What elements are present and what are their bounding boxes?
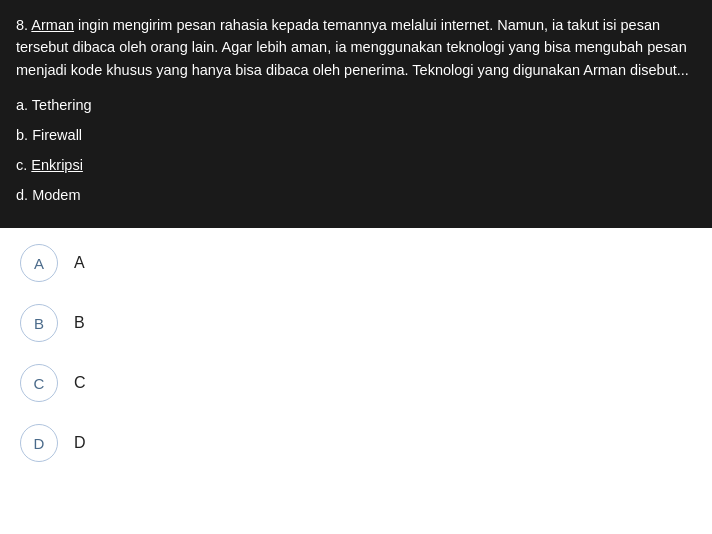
option-b-row: b. Firewall [16,125,696,147]
question-text: 8. Arman ingin mengirim pesan rahasia ke… [16,14,696,81]
option-a-row: a. Tethering [16,95,696,117]
answers-section: A A B B C C D D [0,228,712,500]
answer-circle-c[interactable]: C [20,364,58,402]
option-d-text: Modem [32,187,80,203]
answer-circle-label-d: D [34,435,45,452]
answer-label-a: A [74,254,85,272]
answer-circle-label-c: C [34,375,45,392]
answer-circle-b[interactable]: B [20,304,58,342]
option-c-row: c. Enkripsi [16,155,696,177]
answer-circle-label-b: B [34,315,44,332]
answer-item-c[interactable]: C C [20,364,692,402]
answer-label-b: B [74,314,85,332]
option-a-text: Tethering [32,97,92,113]
answer-label-c: C [74,374,86,392]
option-c-text: Enkripsi [31,157,83,173]
answer-item-d[interactable]: D D [20,424,692,462]
option-d-row: d. Modem [16,185,696,207]
option-b-text: Firewall [32,127,82,143]
question-box: 8. Arman ingin mengirim pesan rahasia ke… [0,0,712,228]
answer-circle-label-a: A [34,255,44,272]
answer-item-b[interactable]: B B [20,304,692,342]
question-number: 8. [16,17,31,33]
answer-item-a[interactable]: A A [20,244,692,282]
question-body-underline-1: Arman [31,17,74,33]
answer-label-d: D [74,434,86,452]
answer-circle-a[interactable]: A [20,244,58,282]
answer-circle-d[interactable]: D [20,424,58,462]
